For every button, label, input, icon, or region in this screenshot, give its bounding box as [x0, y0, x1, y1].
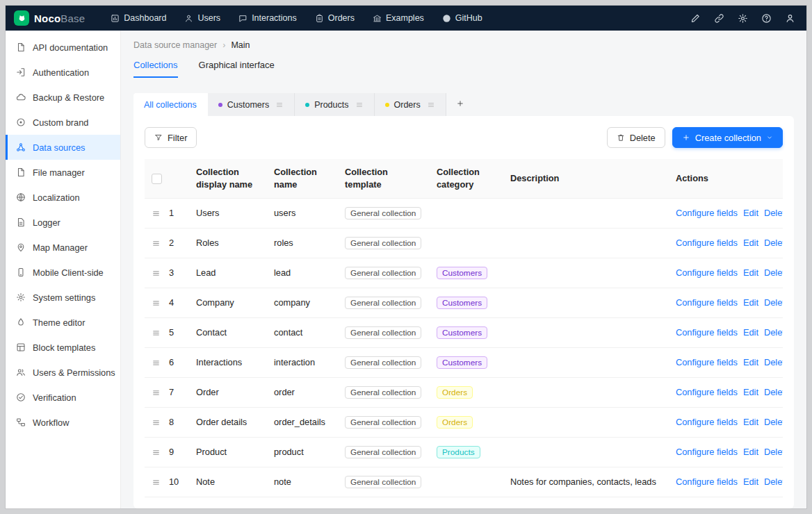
topnav-item-examples[interactable]: Examples [364, 6, 433, 31]
drag-handle-icon[interactable] [152, 478, 161, 487]
select-all-checkbox[interactable] [152, 174, 162, 184]
drag-handle-icon[interactable] [152, 269, 161, 278]
sidebar-item-localization[interactable]: Localization [6, 185, 120, 210]
drag-handle-icon[interactable] [152, 299, 161, 308]
collection-tab-customers[interactable]: Customers [208, 93, 295, 116]
question-icon[interactable] [761, 13, 772, 24]
sidebar-item-map-manager[interactable]: Map Manager [6, 235, 120, 260]
checkcircle-icon [16, 392, 26, 402]
action-configure-fields[interactable]: Configure fields [676, 447, 738, 457]
drag-handle-icon[interactable] [152, 358, 161, 367]
cell-description [503, 258, 669, 288]
sidebar-item-workflow[interactable]: Workflow [6, 410, 120, 435]
action-delete[interactable]: Delete [764, 476, 783, 487]
user-icon[interactable] [785, 13, 795, 24]
topnav-item-users[interactable]: Users [175, 6, 229, 31]
cell-sort: 2 [145, 228, 189, 258]
sidebar-item-data-sources[interactable]: Data sources [6, 135, 120, 160]
action-edit[interactable]: Edit [743, 417, 758, 427]
tab-drag-handle-icon[interactable] [355, 101, 364, 109]
row-number: 9 [169, 447, 174, 457]
app-window: NocoBase DashboardUsersInteractionsOrder… [6, 6, 806, 508]
tab-graphical-interface[interactable]: Graphical interface [199, 60, 275, 78]
action-delete[interactable]: Delete [764, 297, 783, 308]
action-edit[interactable]: Edit [743, 238, 758, 248]
brand-logo[interactable]: NocoBase [14, 10, 85, 26]
action-edit[interactable]: Edit [743, 476, 758, 487]
topnav-item-github[interactable]: GitHub [433, 6, 492, 31]
action-delete[interactable]: Delete [764, 267, 783, 278]
cell-actions: Configure fieldsEditDelete [669, 467, 783, 497]
action-configure-fields[interactable]: Configure fields [676, 327, 738, 338]
action-delete[interactable]: Delete [764, 357, 783, 367]
cell-category: Orders [430, 377, 503, 407]
link-icon[interactable] [714, 13, 724, 24]
gear-icon[interactable] [738, 13, 748, 24]
action-delete[interactable]: Delete [764, 447, 783, 457]
header-select-cell [145, 159, 189, 198]
delete-button[interactable]: Delete [607, 127, 665, 148]
topnav-item-interactions[interactable]: Interactions [229, 6, 306, 31]
collection-tab-orders[interactable]: Orders [375, 93, 446, 116]
table-row: 9ProductproductGeneral collectionProduct… [145, 437, 783, 467]
drag-handle-icon[interactable] [152, 448, 161, 457]
sidebar-item-system-settings[interactable]: System settings [6, 285, 120, 310]
cell-description [503, 407, 669, 437]
filter-button[interactable]: Filter [145, 127, 197, 148]
action-edit[interactable]: Edit [743, 297, 758, 308]
create-collection-button[interactable]: Create collection [672, 127, 783, 148]
collection-tab-products[interactable]: Products [295, 93, 374, 116]
sidebar-item-verification[interactable]: Verification [6, 385, 120, 410]
action-configure-fields[interactable]: Configure fields [676, 208, 738, 218]
sidebar-item-custom-brand[interactable]: Custom brand [6, 110, 120, 135]
sidebar-item-backup-restore[interactable]: Backup & Restore [6, 85, 120, 110]
action-configure-fields[interactable]: Configure fields [676, 417, 738, 427]
column-header-actions: Actions [669, 159, 783, 198]
action-delete[interactable]: Delete [764, 238, 783, 248]
sidebar-item-authentication[interactable]: Authentication [6, 60, 120, 85]
drag-handle-icon[interactable] [152, 388, 161, 397]
row-number: 7 [169, 387, 174, 397]
action-delete[interactable]: Delete [764, 208, 783, 218]
action-delete[interactable]: Delete [764, 327, 783, 338]
action-configure-fields[interactable]: Configure fields [676, 476, 738, 487]
action-delete[interactable]: Delete [764, 387, 783, 397]
drag-handle-icon[interactable] [152, 329, 161, 338]
collection-tab-all-collections[interactable]: All collections [133, 93, 208, 116]
action-configure-fields[interactable]: Configure fields [676, 238, 738, 248]
action-edit[interactable]: Edit [743, 447, 758, 457]
sidebar-item-users-permissions[interactable]: Users & Permissions [6, 360, 120, 385]
add-collection-tab-button[interactable] [446, 93, 474, 116]
action-configure-fields[interactable]: Configure fields [676, 297, 738, 308]
action-configure-fields[interactable]: Configure fields [676, 387, 738, 397]
category-badge: Customers [437, 267, 487, 279]
action-delete[interactable]: Delete [764, 417, 783, 427]
drag-handle-icon[interactable] [152, 209, 161, 218]
highlighter-icon[interactable] [690, 13, 701, 24]
sidebar-item-logger[interactable]: Logger [6, 210, 120, 235]
action-edit[interactable]: Edit [743, 327, 758, 338]
column-header-collection-display-name: Collection display name [189, 159, 267, 198]
sidebar-item-file-manager[interactable]: File manager [6, 160, 120, 185]
action-configure-fields[interactable]: Configure fields [676, 357, 738, 367]
drag-handle-icon[interactable] [152, 418, 161, 427]
action-edit[interactable]: Edit [743, 208, 758, 218]
tab-drag-handle-icon[interactable] [427, 101, 435, 109]
sidebar-item-mobile-client-side[interactable]: Mobile Client-side [6, 260, 120, 285]
tab-drag-handle-icon[interactable] [275, 101, 284, 109]
topnav-item-orders[interactable]: Orders [306, 6, 364, 31]
action-edit[interactable]: Edit [743, 387, 758, 397]
column-header-description: Description [503, 159, 669, 198]
drag-handle-icon[interactable] [152, 239, 161, 248]
table-row: 3LeadleadGeneral collectionCustomersConf… [145, 258, 783, 288]
sidebar-item-theme-editor[interactable]: Theme editor [6, 310, 120, 335]
breadcrumb-parent[interactable]: Data source manager [133, 40, 217, 50]
cell-name: product [267, 437, 338, 467]
sidebar-item-api-documentation[interactable]: API documentation [6, 35, 120, 60]
action-configure-fields[interactable]: Configure fields [676, 267, 738, 278]
topnav-item-dashboard[interactable]: Dashboard [102, 6, 175, 31]
action-edit[interactable]: Edit [743, 357, 758, 367]
action-edit[interactable]: Edit [743, 267, 758, 278]
tab-collections[interactable]: Collections [133, 60, 178, 78]
sidebar-item-block-templates[interactable]: Block templates [6, 335, 120, 360]
